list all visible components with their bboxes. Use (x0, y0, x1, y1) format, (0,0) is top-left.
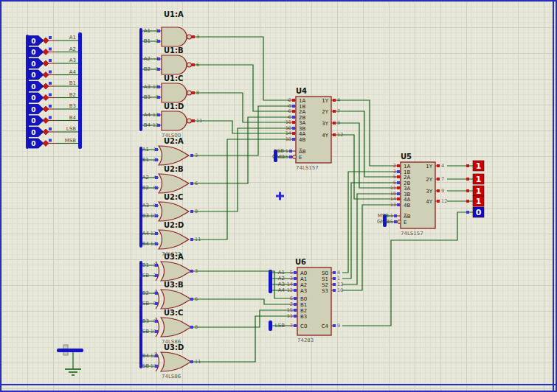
pin-label: 4A (404, 197, 410, 203)
input-net-label: A2 (144, 56, 151, 62)
or-gate-body[interactable] (159, 174, 189, 193)
gate-u1-b[interactable]: A24B256U1:B (142, 46, 199, 74)
logic-state-input-a4[interactable]: 0A4 (29, 69, 78, 80)
logic-probe-4[interactable]: 1 (466, 196, 484, 206)
nand-gate-body[interactable] (162, 111, 187, 130)
logic-state-input-a1[interactable]: 0A1 (29, 35, 78, 46)
gate-title: U3:A (164, 253, 184, 261)
xor-gate-body[interactable] (161, 352, 191, 371)
logic-probe-5[interactable]: 0 (466, 207, 484, 217)
ctrl-bus-u4 (274, 150, 277, 162)
logic-probe-3[interactable]: 1 (466, 186, 484, 196)
pin-state-marker (157, 68, 160, 71)
nand-gate-body[interactable] (162, 27, 187, 46)
gate-u2-b[interactable]: A24B256U2:B (142, 165, 198, 193)
pin-label: 4B (404, 203, 410, 209)
gate-u2-a[interactable]: A11B123U2:A (142, 137, 198, 165)
nand-gate-body[interactable] (162, 83, 187, 102)
logic-probe-1[interactable]: 1 (466, 161, 484, 171)
pin-label: S3 (322, 288, 328, 294)
logic-state-input-lsb[interactable]: 0LSB (29, 126, 78, 137)
origin-cross (279, 192, 281, 200)
logic-state-value: 0 (31, 129, 35, 136)
gate-u2-d[interactable]: A412B41311U2:D (142, 221, 201, 249)
or-gate-body[interactable] (159, 202, 189, 221)
logic-state-value: 0 (31, 117, 35, 125)
ic-u6[interactable]: U674283A15A0A23A1A314A2A412A36B02B115B21… (272, 258, 343, 343)
logic-state-input-b4[interactable]: 0B4 (29, 115, 78, 126)
pin-state-marker (155, 302, 158, 305)
input-net-label: A1 (142, 147, 149, 153)
nand-gate-body[interactable] (162, 55, 187, 74)
ctrl-bus-u5 (383, 214, 387, 227)
inversion-bubble (187, 35, 192, 39)
c0-bus-u6 (269, 321, 272, 331)
gate-title: U2:B (164, 165, 184, 173)
logic-state-input-a3[interactable]: 0A3 (29, 57, 78, 69)
logic-state-input-b3[interactable]: 0B3 (29, 103, 78, 114)
pin-label: E (404, 220, 406, 225)
xor-gate-body[interactable] (161, 290, 191, 309)
pin-state-marker (394, 214, 397, 217)
pin-state-marker (437, 178, 440, 181)
ic-u4[interactable]: U474LS15721A31B52A62B113A103B144A134B41Y… (272, 87, 343, 171)
logic-state-value: 0 (31, 49, 35, 56)
logic-state-input-a2[interactable]: 0A2 (29, 46, 78, 57)
input-net-label: B3 (144, 94, 151, 100)
gate-u2-c[interactable]: A39B3108U2:C (142, 193, 198, 221)
pin-state-marker (333, 277, 336, 280)
pin-state-marker (155, 242, 158, 245)
pin-state-marker (333, 122, 336, 125)
xor-gate-body[interactable] (161, 262, 191, 281)
gate-u3-c[interactable]: B39LSB108U3:C (139, 309, 198, 337)
gate-u3-a[interactable]: B11LSB23U3:A (139, 253, 198, 281)
pin-state-marker (394, 220, 397, 223)
logic-state-input-b2[interactable]: 0B2 (29, 92, 78, 103)
pin-state-marker (155, 365, 158, 368)
pin-label: 4Y (426, 199, 432, 205)
logic-state-input-b1[interactable]: 0B1 (29, 80, 78, 91)
pin-state-marker (192, 35, 195, 38)
pin-label: A̅B (404, 213, 411, 220)
xor-gate-body[interactable] (161, 318, 191, 337)
gate-group-bus-u1 (139, 28, 142, 131)
gate-u1-c[interactable]: A310B398U1:C (142, 74, 199, 102)
net-label: B4 (69, 115, 77, 121)
net-label: B1 (69, 80, 76, 86)
pin-state-marker (155, 186, 158, 189)
input-net-label: LSB (139, 329, 149, 335)
pin-state-marker (190, 238, 193, 241)
pin-state-marker (292, 116, 295, 119)
origin-marker (276, 192, 284, 200)
pin-state-marker (437, 164, 440, 167)
pin-label: 3A (404, 186, 410, 192)
gate-u3-b[interactable]: B24LSB56U3:B (139, 281, 198, 309)
logic-state-input-msb[interactable]: 0MSB (29, 138, 78, 149)
pin-state-marker (155, 214, 158, 217)
input-net-label: A4 (142, 231, 150, 237)
ic-reference: U4 (296, 87, 307, 95)
gate-u1-d[interactable]: A413B41211U1:D (142, 102, 202, 130)
input-terminal-bar (26, 35, 29, 149)
pin-state-marker (294, 277, 297, 280)
wire (193, 271, 289, 298)
pin-state-marker (333, 289, 336, 292)
pin-label: A2 (300, 282, 307, 288)
pin-state-marker (294, 324, 297, 327)
pin-number: 4 (441, 163, 444, 169)
ic-u5[interactable]: U574LS15721A31B52A62B113A103B144A134B41Y… (377, 153, 447, 237)
or-gate-body[interactable] (159, 146, 189, 165)
pin-label: B3 (300, 314, 307, 320)
gate-u3-d[interactable]: B412LSB1311U3:D (139, 343, 201, 371)
net-label: B3 (69, 103, 76, 109)
logic-probe-2[interactable]: 1 (466, 174, 484, 184)
pin-label: 3A (299, 120, 305, 126)
pin-state-marker (292, 105, 295, 108)
net-label: A3 (278, 281, 285, 287)
or-gate-body[interactable] (159, 230, 189, 249)
pin-state-marker (155, 204, 158, 207)
input-net-label: A2 (142, 175, 149, 181)
pin-label: A0 (300, 270, 307, 276)
pin-state-marker (49, 71, 52, 74)
gate-u1-a[interactable]: A11B123U1:A (142, 10, 199, 46)
